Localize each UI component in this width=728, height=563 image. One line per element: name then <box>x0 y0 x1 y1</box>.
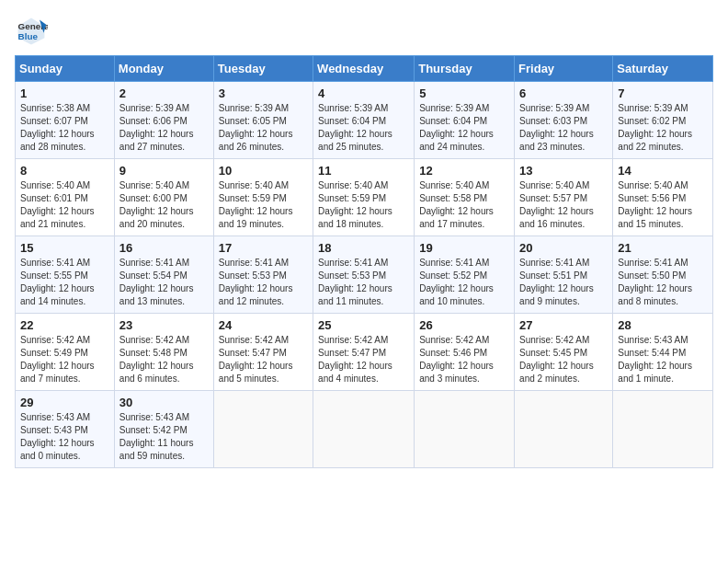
calendar-week-5: 29Sunrise: 5:43 AMSunset: 5:43 PMDayligh… <box>16 391 713 468</box>
day-detail: Sunrise: 5:42 AMSunset: 5:46 PMDaylight:… <box>419 334 509 385</box>
calendar-week-2: 8Sunrise: 5:40 AMSunset: 6:01 PMDaylight… <box>16 159 713 236</box>
svg-text:Blue: Blue <box>18 31 39 41</box>
calendar-cell: 24Sunrise: 5:42 AMSunset: 5:47 PMDayligh… <box>213 314 313 391</box>
day-number: 10 <box>219 164 308 178</box>
day-detail: Sunrise: 5:42 AMSunset: 5:48 PMDaylight:… <box>119 334 209 385</box>
calendar-cell: 11Sunrise: 5:40 AMSunset: 5:59 PMDayligh… <box>313 159 415 236</box>
logo-icon: General Blue <box>15 15 48 48</box>
calendar-cell: 17Sunrise: 5:41 AMSunset: 5:53 PMDayligh… <box>213 236 313 314</box>
calendar-cell: 20Sunrise: 5:41 AMSunset: 5:51 PMDayligh… <box>515 236 613 314</box>
day-detail: Sunrise: 5:40 AMSunset: 5:59 PMDaylight:… <box>219 179 308 231</box>
day-detail: Sunrise: 5:39 AMSunset: 6:04 PMDaylight:… <box>318 102 409 154</box>
day-number: 23 <box>119 318 209 332</box>
calendar-cell: 16Sunrise: 5:41 AMSunset: 5:54 PMDayligh… <box>114 236 213 314</box>
calendar-week-1: 1Sunrise: 5:38 AMSunset: 6:07 PMDaylight… <box>16 82 713 159</box>
calendar-cell: 10Sunrise: 5:40 AMSunset: 5:59 PMDayligh… <box>213 159 313 236</box>
calendar-cell: 26Sunrise: 5:42 AMSunset: 5:46 PMDayligh… <box>415 314 515 391</box>
day-number: 8 <box>20 164 109 178</box>
day-detail: Sunrise: 5:39 AMSunset: 6:03 PMDaylight:… <box>519 102 608 154</box>
day-number: 26 <box>419 318 509 332</box>
day-detail: Sunrise: 5:40 AMSunset: 6:01 PMDaylight:… <box>20 179 109 231</box>
day-number: 20 <box>519 241 608 255</box>
calendar-cell <box>613 391 713 468</box>
day-detail: Sunrise: 5:40 AMSunset: 5:57 PMDaylight:… <box>519 179 608 231</box>
day-number: 18 <box>318 241 409 255</box>
calendar-week-4: 22Sunrise: 5:42 AMSunset: 5:49 PMDayligh… <box>16 314 713 391</box>
day-detail: Sunrise: 5:40 AMSunset: 5:56 PMDaylight:… <box>618 179 708 231</box>
day-detail: Sunrise: 5:41 AMSunset: 5:54 PMDaylight:… <box>119 257 209 308</box>
weekday-header-thursday: Thursday <box>415 56 515 82</box>
day-detail: Sunrise: 5:39 AMSunset: 6:05 PMDaylight:… <box>219 102 308 154</box>
day-detail: Sunrise: 5:39 AMSunset: 6:06 PMDaylight:… <box>119 102 209 154</box>
day-number: 2 <box>119 86 209 100</box>
calendar-cell: 14Sunrise: 5:40 AMSunset: 5:56 PMDayligh… <box>613 159 713 236</box>
calendar-cell: 19Sunrise: 5:41 AMSunset: 5:52 PMDayligh… <box>415 236 515 314</box>
day-number: 1 <box>20 86 109 100</box>
day-number: 3 <box>219 86 308 100</box>
weekday-header-sunday: Sunday <box>16 56 115 82</box>
calendar-cell: 9Sunrise: 5:40 AMSunset: 6:00 PMDaylight… <box>114 159 213 236</box>
day-number: 14 <box>618 164 708 178</box>
day-detail: Sunrise: 5:41 AMSunset: 5:55 PMDaylight:… <box>20 257 109 308</box>
calendar-table: SundayMondayTuesdayWednesdayThursdayFrid… <box>15 55 713 468</box>
calendar-header: SundayMondayTuesdayWednesdayThursdayFrid… <box>16 56 713 82</box>
calendar-cell: 5Sunrise: 5:39 AMSunset: 6:04 PMDaylight… <box>415 82 515 159</box>
day-number: 25 <box>318 318 409 332</box>
day-detail: Sunrise: 5:39 AMSunset: 6:02 PMDaylight:… <box>618 102 708 154</box>
day-number: 19 <box>419 241 509 255</box>
day-number: 4 <box>318 86 409 100</box>
calendar-cell: 23Sunrise: 5:42 AMSunset: 5:48 PMDayligh… <box>114 314 213 391</box>
day-detail: Sunrise: 5:42 AMSunset: 5:45 PMDaylight:… <box>519 334 608 385</box>
day-detail: Sunrise: 5:41 AMSunset: 5:52 PMDaylight:… <box>419 257 509 308</box>
calendar-cell: 2Sunrise: 5:39 AMSunset: 6:06 PMDaylight… <box>114 82 213 159</box>
calendar-week-3: 15Sunrise: 5:41 AMSunset: 5:55 PMDayligh… <box>16 236 713 314</box>
day-number: 28 <box>618 318 708 332</box>
day-detail: Sunrise: 5:39 AMSunset: 6:04 PMDaylight:… <box>419 102 509 154</box>
calendar-cell: 13Sunrise: 5:40 AMSunset: 5:57 PMDayligh… <box>515 159 613 236</box>
day-detail: Sunrise: 5:40 AMSunset: 6:00 PMDaylight:… <box>119 179 209 231</box>
page-header: General Blue <box>15 15 713 48</box>
day-number: 9 <box>119 164 209 178</box>
calendar-cell <box>415 391 515 468</box>
weekday-header-saturday: Saturday <box>613 56 713 82</box>
calendar-cell: 25Sunrise: 5:42 AMSunset: 5:47 PMDayligh… <box>313 314 415 391</box>
calendar-cell: 4Sunrise: 5:39 AMSunset: 6:04 PMDaylight… <box>313 82 415 159</box>
logo: General Blue <box>15 15 51 48</box>
weekday-header-wednesday: Wednesday <box>313 56 415 82</box>
calendar-cell <box>313 391 415 468</box>
calendar-cell: 3Sunrise: 5:39 AMSunset: 6:05 PMDaylight… <box>213 82 313 159</box>
calendar-cell: 1Sunrise: 5:38 AMSunset: 6:07 PMDaylight… <box>16 82 115 159</box>
day-number: 17 <box>219 241 308 255</box>
day-number: 24 <box>219 318 308 332</box>
day-number: 11 <box>318 164 409 178</box>
day-detail: Sunrise: 5:41 AMSunset: 5:53 PMDaylight:… <box>219 257 308 308</box>
day-detail: Sunrise: 5:42 AMSunset: 5:47 PMDaylight:… <box>318 334 409 385</box>
day-number: 12 <box>419 164 509 178</box>
calendar-cell: 30Sunrise: 5:43 AMSunset: 5:42 PMDayligh… <box>114 391 213 468</box>
calendar-cell: 27Sunrise: 5:42 AMSunset: 5:45 PMDayligh… <box>515 314 613 391</box>
weekday-header-monday: Monday <box>114 56 213 82</box>
day-number: 7 <box>618 86 708 100</box>
day-detail: Sunrise: 5:41 AMSunset: 5:51 PMDaylight:… <box>519 257 608 308</box>
day-detail: Sunrise: 5:42 AMSunset: 5:49 PMDaylight:… <box>20 334 109 385</box>
calendar-cell: 22Sunrise: 5:42 AMSunset: 5:49 PMDayligh… <box>16 314 115 391</box>
calendar-cell: 15Sunrise: 5:41 AMSunset: 5:55 PMDayligh… <box>16 236 115 314</box>
calendar-cell: 29Sunrise: 5:43 AMSunset: 5:43 PMDayligh… <box>16 391 115 468</box>
weekday-header-tuesday: Tuesday <box>213 56 313 82</box>
calendar-cell <box>213 391 313 468</box>
day-detail: Sunrise: 5:41 AMSunset: 5:50 PMDaylight:… <box>618 257 708 308</box>
day-detail: Sunrise: 5:40 AMSunset: 5:58 PMDaylight:… <box>419 179 509 231</box>
day-number: 16 <box>119 241 209 255</box>
day-number: 30 <box>119 396 209 409</box>
day-number: 29 <box>20 396 109 409</box>
day-number: 13 <box>519 164 608 178</box>
day-number: 22 <box>20 318 109 332</box>
calendar-cell: 18Sunrise: 5:41 AMSunset: 5:53 PMDayligh… <box>313 236 415 314</box>
weekday-header-friday: Friday <box>515 56 613 82</box>
calendar-cell: 28Sunrise: 5:43 AMSunset: 5:44 PMDayligh… <box>613 314 713 391</box>
calendar-cell <box>515 391 613 468</box>
calendar-cell: 7Sunrise: 5:39 AMSunset: 6:02 PMDaylight… <box>613 82 713 159</box>
day-number: 15 <box>20 241 109 255</box>
day-detail: Sunrise: 5:38 AMSunset: 6:07 PMDaylight:… <box>20 102 109 154</box>
day-number: 6 <box>519 86 608 100</box>
